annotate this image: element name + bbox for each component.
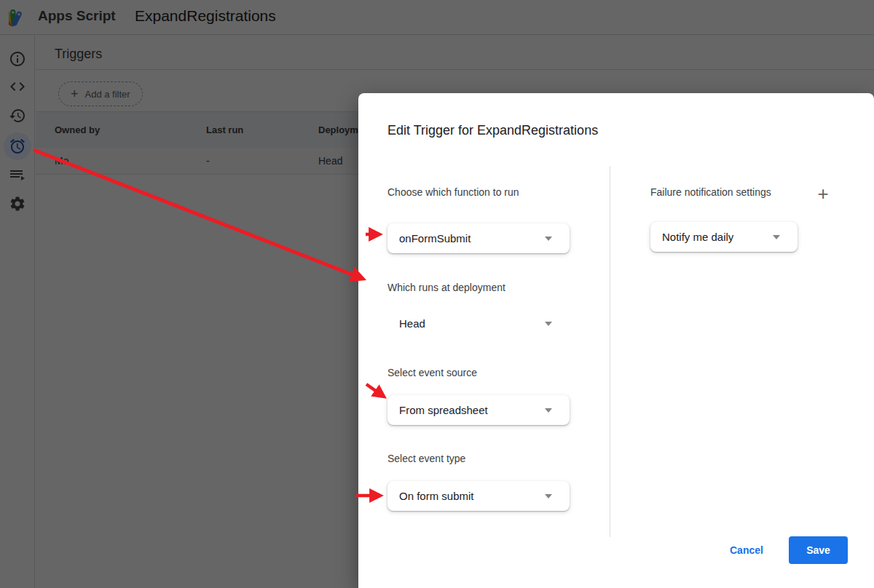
cancel-button[interactable]: Cancel bbox=[717, 537, 776, 563]
chevron-down-icon bbox=[545, 408, 552, 413]
edit-trigger-dialog: Edit Trigger for ExpandRegistrations Cho… bbox=[358, 93, 874, 588]
failure-notification-label: Failure notification settings bbox=[650, 186, 771, 198]
add-notification-plus-icon[interactable]: + bbox=[811, 182, 835, 205]
chevron-down-icon bbox=[545, 322, 552, 326]
dialog-title: Edit Trigger for ExpandRegistrations bbox=[387, 123, 598, 138]
deployment-dropdown-value: Head bbox=[399, 317, 425, 330]
notification-dropdown-value: Notify me daily bbox=[662, 231, 733, 243]
chevron-down-icon bbox=[545, 237, 552, 241]
function-dropdown-value: onFormSubmit bbox=[399, 232, 471, 245]
screen: Apps Script ExpandRegistrations Triggers… bbox=[0, 0, 874, 588]
event-type-dropdown[interactable]: On form submit bbox=[387, 481, 570, 511]
deployment-dropdown[interactable]: Head bbox=[387, 309, 570, 338]
chevron-down-icon bbox=[545, 494, 552, 498]
function-field-label: Choose which function to run bbox=[387, 186, 519, 198]
function-dropdown[interactable]: onFormSubmit bbox=[387, 223, 570, 253]
event-type-dropdown-value: On form submit bbox=[399, 490, 474, 502]
notification-dropdown[interactable]: Notify me daily bbox=[650, 222, 798, 252]
chevron-down-icon bbox=[773, 235, 780, 239]
deployment-field-label: Which runs at deployment bbox=[387, 282, 505, 293]
event-source-field-label: Select event source bbox=[387, 367, 477, 378]
event-source-dropdown[interactable]: From spreadsheet bbox=[387, 395, 570, 425]
vertical-divider bbox=[610, 166, 610, 537]
event-type-field-label: Select event type bbox=[387, 453, 465, 464]
event-source-dropdown-value: From spreadsheet bbox=[399, 404, 488, 416]
save-button[interactable]: Save bbox=[789, 536, 848, 564]
